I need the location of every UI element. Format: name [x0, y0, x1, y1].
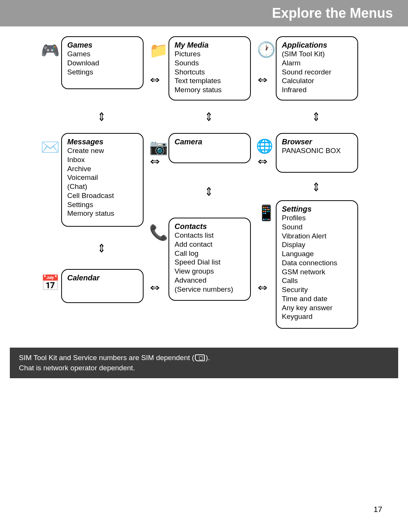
media-icon: 📁 — [149, 42, 168, 59]
card-item: Any key answer — [282, 303, 352, 312]
card-title: Games — [67, 41, 138, 49]
card-item: GSM network — [282, 268, 352, 277]
card-item: Settings — [67, 68, 138, 77]
card-item: Language — [282, 249, 352, 258]
card-item: Games — [67, 49, 138, 59]
card-title: My Media — [175, 41, 245, 49]
card-item: Sound — [282, 223, 352, 232]
arrow-h: ⇔ — [150, 74, 160, 86]
arrow-v: ⇕ — [312, 110, 320, 124]
card-item: Contacts list — [175, 231, 245, 240]
menu-diagram: 🎮 📁 🕐 ✉️ 📷 🌐 📞 📱 📅 Games Games Download … — [0, 26, 408, 348]
card-title: Settings — [282, 205, 352, 213]
card-item: (Service numbers) — [175, 285, 245, 294]
card-title: Messages — [67, 138, 138, 146]
card-item: Calls — [282, 276, 352, 285]
card-applications: Applications (SIM Tool Kit) Alarm Sound … — [276, 36, 358, 101]
card-item: Infrared — [282, 85, 352, 94]
card-item: View groups — [175, 267, 245, 276]
arrow-v: ⇕ — [312, 180, 320, 194]
card-mymedia: My Media Pictures Sounds Shortcuts Text … — [168, 36, 251, 101]
card-item: Memory status — [67, 209, 138, 218]
card-item: Download — [67, 59, 138, 68]
card-title: Camera — [175, 138, 245, 146]
card-title: Applications — [282, 41, 352, 49]
card-item: PANASONIC BOX — [282, 146, 352, 155]
card-title: Contacts — [175, 222, 245, 231]
page-header: Explore the Menus — [0, 0, 408, 26]
card-item: Alarm — [282, 59, 352, 68]
applications-icon: 🕐 — [257, 41, 276, 59]
arrow-h: ⇔ — [258, 74, 267, 86]
card-item: Cell Broadcast — [67, 191, 138, 200]
arrow-v: ⇕ — [205, 185, 213, 199]
card-item: Calculator — [282, 76, 352, 85]
sim-icon — [195, 354, 205, 361]
card-title: Calendar — [67, 274, 138, 282]
card-item: Keyguard — [282, 312, 352, 321]
contacts-icon: 📞 — [149, 224, 168, 241]
card-item: Data connections — [282, 258, 352, 268]
arrow-h: ⇔ — [150, 156, 160, 167]
card-item: Vibration Alert — [282, 232, 352, 241]
card-item: Sounds — [175, 59, 245, 68]
card-item: Speed Dial list — [175, 258, 245, 267]
card-settings: Settings Profiles Sound Vibration Alert … — [276, 200, 358, 329]
arrow-h: ⇔ — [150, 282, 160, 294]
card-item: Security — [282, 285, 352, 294]
card-item: Inbox — [67, 155, 138, 164]
arrow-h: ⇔ — [258, 156, 267, 167]
card-item: Display — [282, 240, 352, 249]
card-item: Pictures — [175, 49, 245, 59]
settings-icon: 📱 — [257, 204, 276, 222]
card-item: Create new — [67, 146, 138, 155]
card-item: (SIM Tool Kit) — [282, 49, 352, 59]
card-item: Shortcuts — [175, 68, 245, 77]
arrow-v: ⇕ — [97, 241, 106, 255]
card-camera: Camera — [168, 133, 251, 163]
card-item: Voicemail — [67, 173, 138, 182]
arrow-h: ⇔ — [258, 282, 267, 294]
card-item: Settings — [67, 200, 138, 209]
footnote-line2: Chat is network operator dependent. — [19, 364, 135, 372]
footnote-box: SIM Tool Kit and Service numbers are SIM… — [10, 348, 398, 378]
messages-icon: ✉️ — [41, 138, 60, 156]
calendar-icon: 📅 — [41, 274, 60, 292]
card-item: Archive — [67, 164, 138, 173]
header-title: Explore the Menus — [272, 5, 393, 21]
card-item: Call log — [175, 249, 245, 258]
card-contacts: Contacts Contacts list Add contact Call … — [168, 218, 251, 301]
card-item: Memory status — [175, 85, 245, 94]
card-item: Time and date — [282, 294, 352, 303]
card-item: Profiles — [282, 213, 352, 223]
card-item: Advanced — [175, 276, 245, 285]
arrow-v: ⇕ — [205, 110, 213, 124]
footnote-line1b: ). — [206, 354, 210, 362]
page-number: 17 — [374, 505, 382, 514]
card-calendar: Calendar — [61, 269, 144, 303]
card-browser: Browser PANASONIC BOX — [276, 133, 358, 173]
card-item: (Chat) — [67, 182, 138, 191]
games-icon: 🎮 — [41, 42, 60, 59]
card-item: Text templates — [175, 76, 245, 85]
card-games: Games Games Download Settings — [61, 36, 144, 89]
footnote-line1a: SIM Tool Kit and Service numbers are SIM… — [19, 354, 194, 362]
card-messages: Messages Create new Inbox Archive Voicem… — [61, 133, 144, 227]
browser-icon: 🌐 — [256, 138, 273, 154]
arrow-v: ⇕ — [97, 110, 106, 124]
card-item: Add contact — [175, 240, 245, 249]
card-title: Browser — [282, 138, 352, 146]
card-item: Sound recorder — [282, 68, 352, 77]
camera-icon: 📷 — [149, 138, 168, 156]
